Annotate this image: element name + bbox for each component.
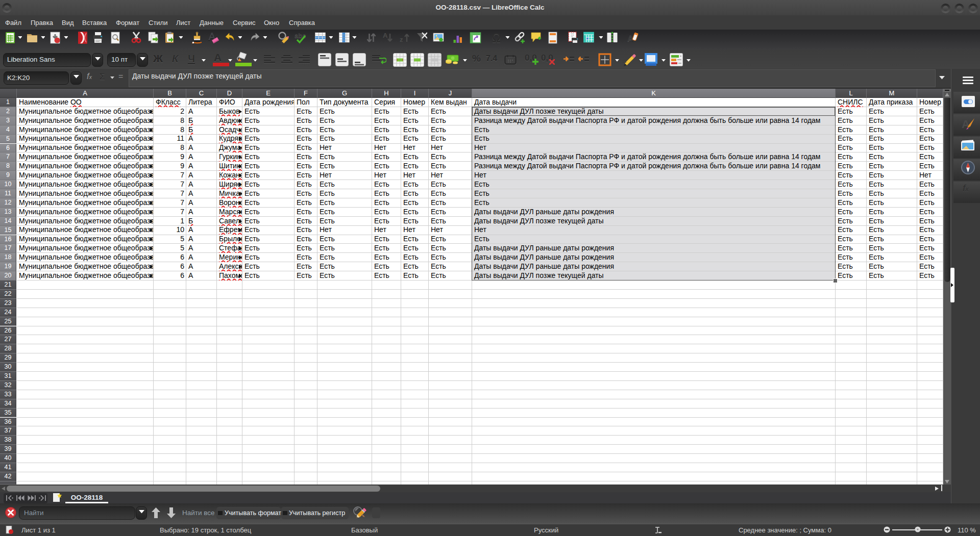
svg-text:z: z (400, 36, 403, 43)
svg-text:A: A (383, 32, 388, 39)
svg-text:A: A (962, 118, 970, 131)
